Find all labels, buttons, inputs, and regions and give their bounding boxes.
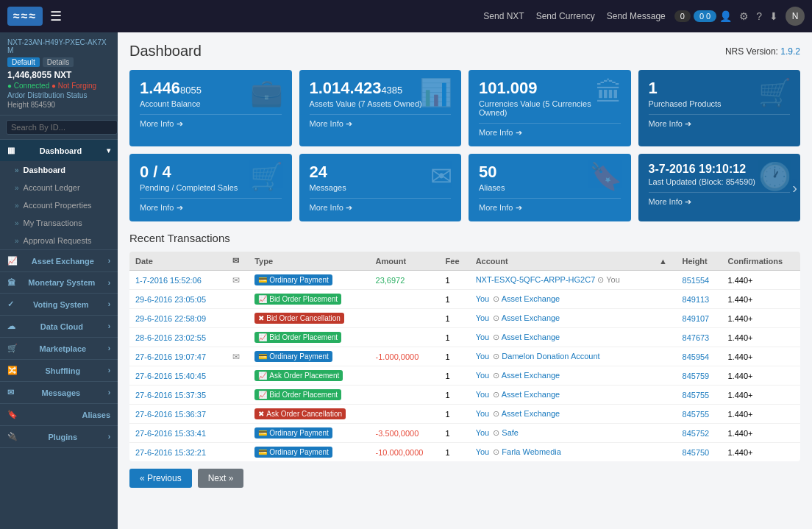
tx-exchange-link[interactable]: Asset Exchange bbox=[502, 409, 560, 418]
tx-exchange-link[interactable]: Asset Exchange bbox=[502, 294, 560, 303]
logo[interactable]: ≈≈≈ bbox=[7, 7, 43, 26]
tx-exchange-link[interactable]: Farla Webmedia bbox=[502, 447, 561, 456]
badge-2[interactable]: 0 0 bbox=[694, 10, 716, 22]
gear-icon[interactable]: ⚙ bbox=[739, 10, 749, 22]
balance-footer[interactable]: More Info ➔ bbox=[140, 114, 282, 129]
search-input[interactable] bbox=[6, 120, 118, 135]
tx-date[interactable]: 27-6-2016 15:37:35 bbox=[135, 391, 206, 400]
tx-exchange: ⊙ bbox=[493, 447, 502, 456]
tx-account-link[interactable]: NXT-ESXQ-5QFC-ARPP-HG2C7 bbox=[476, 275, 596, 284]
badge-1[interactable]: 0 bbox=[674, 10, 691, 22]
sidebar-section-header-plugins[interactable]: 🔌 Plugins › bbox=[0, 426, 118, 447]
stat-card-assets[interactable]: 📊 1.014.4234385 Assets Value (7 Assets O… bbox=[299, 70, 462, 146]
tx-type-label: Bid Order Placement bbox=[269, 333, 338, 341]
sidebar-section-header-messages[interactable]: ✉ Messages › bbox=[0, 382, 118, 403]
tx-date[interactable]: 1-7-2016 15:52:06 bbox=[135, 276, 202, 285]
sidebar-section-header-marketplace[interactable]: 🛒 Marketplace › bbox=[0, 338, 118, 359]
user-icon[interactable]: 👤 bbox=[719, 10, 732, 22]
tx-height[interactable]: 845954 bbox=[683, 352, 710, 361]
tx-account-cell: You ⊙ Asset Exchange bbox=[470, 328, 653, 347]
lastupdated-footer[interactable]: More Info ➔ bbox=[649, 192, 791, 207]
assets-label: Assets Value (7 Assets Owned) bbox=[310, 99, 452, 108]
sidebar-section-header-asset[interactable]: 📈 Asset Exchange › bbox=[0, 250, 118, 271]
products-footer[interactable]: More Info ➔ bbox=[649, 114, 791, 129]
tx-height[interactable]: 845755 bbox=[683, 391, 710, 400]
sidebar-item-account-ledger[interactable]: Account Ledger bbox=[0, 179, 118, 196]
tx-type-icon: ✖ bbox=[258, 314, 264, 322]
download-icon[interactable]: ⬇ bbox=[769, 10, 778, 22]
sidebar-section-header-dashboard[interactable]: ▦ Dashboard ▾ bbox=[0, 140, 118, 161]
sidebar-item-approval-requests[interactable]: Approval Requests bbox=[0, 232, 118, 249]
tx-height[interactable]: 847673 bbox=[683, 333, 710, 342]
tx-you: You bbox=[476, 352, 490, 361]
send-nxt-link[interactable]: Send NXT bbox=[483, 11, 524, 21]
help-icon[interactable]: ? bbox=[756, 10, 762, 22]
stat-card-currencies[interactable]: 🏛 101.009 Currencies Value (5 Currencies… bbox=[469, 70, 631, 146]
sidebar-section-header-datacloud[interactable]: ☁ Data Cloud › bbox=[0, 316, 118, 337]
next-button[interactable]: Next » bbox=[198, 469, 244, 488]
tx-confirmations: 1.440+ bbox=[722, 328, 800, 347]
tx-type-icon: 💳 bbox=[258, 448, 267, 456]
tx-date[interactable]: 27-6-2016 15:32:21 bbox=[135, 448, 206, 457]
stat-card-lastupdated[interactable]: 🕐 3-7-2016 19:10:12 Last Updated (Block:… bbox=[638, 154, 801, 221]
avatar[interactable]: N bbox=[786, 7, 805, 26]
messages-footer[interactable]: More Info ➔ bbox=[310, 198, 452, 213]
tx-height[interactable]: 849113 bbox=[683, 295, 710, 304]
sidebar-item-my-transactions[interactable]: My Transactions bbox=[0, 214, 118, 232]
ardor-distribution[interactable]: Ardor Distribution Status bbox=[7, 91, 110, 99]
stat-card-sales[interactable]: 🛒 0 / 4 Pending / Completed Sales More I… bbox=[129, 154, 292, 221]
stats-grid-row2: 🛒 0 / 4 Pending / Completed Sales More I… bbox=[129, 154, 800, 221]
tx-date[interactable]: 27-6-2016 15:40:45 bbox=[135, 372, 206, 380]
tx-date[interactable]: 27-6-2016 15:33:41 bbox=[135, 429, 206, 438]
tx-account-cell: You ⊙ Asset Exchange bbox=[470, 309, 653, 328]
currencies-footer[interactable]: More Info ➔ bbox=[479, 123, 621, 138]
aliases-footer[interactable]: More Info ➔ bbox=[479, 198, 621, 213]
dashboard-label: Dashboard bbox=[40, 146, 82, 155]
tx-date[interactable]: 29-6-2016 22:58:09 bbox=[135, 314, 206, 323]
tx-direction bbox=[653, 443, 677, 462]
tx-exchange-link[interactable]: Damelon Donation Account bbox=[502, 352, 599, 361]
stat-card-products[interactable]: 🛒 1 Purchased Products More Info ➔ bbox=[638, 70, 801, 146]
sidebar-section-header-voting[interactable]: ✓ Voting System › bbox=[0, 294, 118, 315]
tx-height[interactable]: 845759 bbox=[683, 372, 710, 380]
assets-footer[interactable]: More Info ➔ bbox=[310, 114, 452, 129]
tx-height[interactable]: 845750 bbox=[683, 448, 710, 457]
tab-details[interactable]: Details bbox=[43, 57, 74, 67]
tx-date[interactable]: 27-6-2016 19:07:47 bbox=[135, 352, 206, 361]
next-arrow-icon[interactable]: › bbox=[792, 180, 797, 196]
tx-height[interactable]: 845755 bbox=[683, 410, 710, 419]
tx-exchange-link[interactable]: Asset Exchange bbox=[502, 333, 560, 341]
sidebar-section-header-aliases[interactable]: 🔖 Aliases bbox=[0, 404, 118, 425]
tx-exchange-link[interactable]: Asset Exchange bbox=[502, 371, 560, 380]
sidebar-account: NXT-23AN-H49Y-PXEC-AK7XM Default Details… bbox=[0, 32, 118, 116]
tx-date[interactable]: 28-6-2016 23:02:55 bbox=[135, 333, 206, 342]
prev-button[interactable]: « Previous bbox=[129, 469, 192, 488]
send-currency-link[interactable]: Send Currency bbox=[536, 11, 595, 21]
menu-icon[interactable]: ☰ bbox=[50, 8, 62, 24]
send-message-link[interactable]: Send Message bbox=[607, 11, 666, 21]
stat-card-aliases[interactable]: 🔖 50 Aliases More Info ➔ bbox=[469, 154, 631, 221]
sidebar-item-dashboard[interactable]: Dashboard bbox=[0, 161, 118, 179]
sidebar-section-header-monetary[interactable]: 🏛 Monetary System › bbox=[0, 272, 118, 293]
sales-footer[interactable]: More Info ➔ bbox=[140, 198, 282, 213]
stat-card-balance[interactable]: 💼 1.4468055 Account Balance More Info ➔ bbox=[129, 70, 292, 146]
tx-fee: 1 bbox=[440, 405, 470, 424]
sidebar-item-account-properties[interactable]: Account Properties bbox=[0, 196, 118, 214]
tx-height[interactable]: 851554 bbox=[683, 276, 710, 285]
tx-date[interactable]: 29-6-2016 23:05:05 bbox=[135, 295, 206, 304]
stat-card-messages[interactable]: ✉ 24 Messages More Info ➔ bbox=[299, 154, 462, 221]
tab-default[interactable]: Default bbox=[7, 57, 40, 67]
topnav-links: Send NXT Send Currency Send Message bbox=[483, 11, 665, 21]
sidebar-section-voting: ✓ Voting System › bbox=[0, 294, 118, 316]
tx-height[interactable]: 849107 bbox=[683, 314, 710, 323]
nrs-version-link[interactable]: 1.9.2 bbox=[780, 46, 800, 57]
tx-exchange-link[interactable]: Safe bbox=[502, 428, 519, 437]
tx-type-badge: 📈 Bid Order Placement bbox=[254, 294, 341, 305]
tx-exchange-link[interactable]: Asset Exchange bbox=[502, 390, 560, 399]
chevron-down-icon: ▾ bbox=[107, 146, 110, 155]
sidebar-section-header-shuffling[interactable]: 🔀 Shuffling › bbox=[0, 360, 118, 381]
tx-fee: 1 bbox=[440, 443, 470, 462]
tx-exchange-link[interactable]: Asset Exchange bbox=[502, 313, 560, 322]
tx-date[interactable]: 27-6-2016 15:36:37 bbox=[135, 410, 206, 419]
tx-height[interactable]: 845752 bbox=[683, 429, 710, 438]
